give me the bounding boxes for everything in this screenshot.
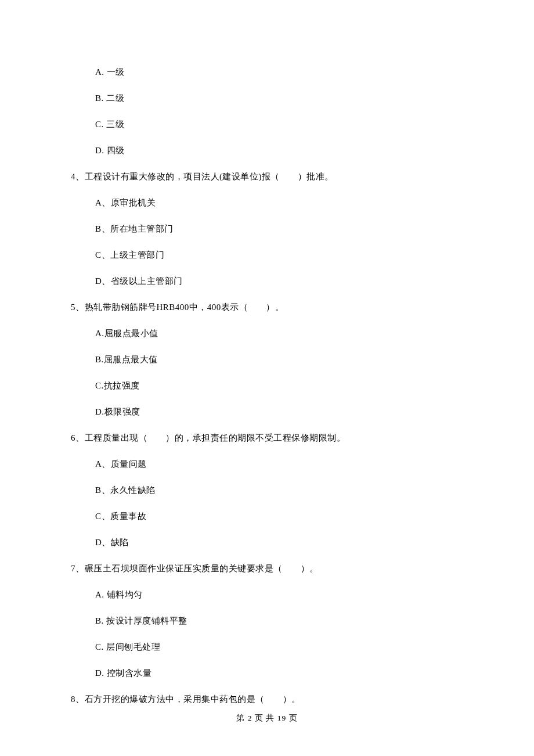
q5-text: 5、热轧带肋钢筋牌号HRB400中，400表示（ ）。 [71,301,464,314]
document-content: A. 一级 B. 二级 C. 三级 D. 四级 4、工程设计有重大修改的，项目法… [0,0,534,705]
q6-option-c: C、质量事故 [71,510,464,523]
q5-option-b: B.屈服点最大值 [71,354,464,366]
q6-text: 6、工程质量出现（ ）的，承担责任的期限不受工程保修期限制。 [71,432,464,444]
q7-option-a: A. 铺料均匀 [71,589,464,601]
q6-option-a: A、质量问题 [71,458,464,470]
q4-option-a: A、原审批机关 [71,197,464,209]
q3-option-a: A. 一级 [71,66,464,78]
q3-option-b: B. 二级 [71,92,464,105]
page-footer: 第 2 页 共 19 页 [0,713,534,723]
q7-text: 7、碾压土石坝坝面作业保证压实质量的关键要求是（ ）。 [71,563,464,575]
q8-text: 8、石方开挖的爆破方法中，采用集中药包的是（ ）。 [71,693,464,705]
q4-option-b: B、所在地主管部门 [71,223,464,235]
q5-option-c: C.抗拉强度 [71,380,464,392]
q6-option-d: D、缺陷 [71,537,464,549]
q4-text: 4、工程设计有重大修改的，项目法人(建设单位)报（ ）批准。 [71,171,464,183]
q5-option-a: A.屈服点最小值 [71,327,464,340]
q7-option-c: C. 层间刨毛处理 [71,641,464,653]
q6-option-b: B、永久性缺陷 [71,484,464,496]
q4-option-c: C、上级主管部门 [71,249,464,261]
q3-option-d: D. 四级 [71,145,464,157]
q3-option-c: C. 三级 [71,118,464,131]
q5-option-d: D.极限强度 [71,406,464,418]
q7-option-b: B. 按设计厚度铺料平整 [71,615,464,627]
q4-option-d: D、省级以上主管部门 [71,275,464,287]
q7-option-d: D. 控制含水量 [71,667,464,679]
